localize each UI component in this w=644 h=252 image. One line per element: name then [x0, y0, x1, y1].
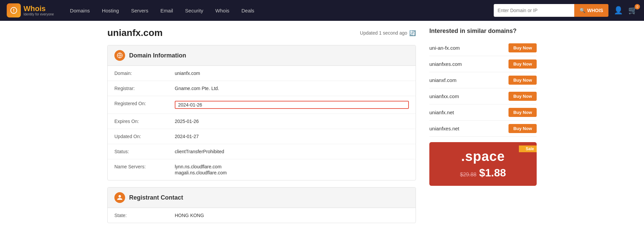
buy-now-button-2[interactable]: Buy Now — [508, 59, 537, 69]
domain-suggestion-1: uni-an-fx.com Buy Now — [429, 40, 537, 56]
table-row: Status: clientTransferProhibited — [108, 144, 416, 159]
logo-brand: Whois — [23, 5, 54, 12]
field-value-expires-on: 2025-01-26 — [175, 119, 409, 124]
cart-badge: 0 — [635, 4, 640, 9]
field-value-state: HONG KONG — [175, 213, 409, 218]
updated-info: Updated 1 second ago 🔄 — [360, 30, 416, 36]
buy-now-button-3[interactable]: Buy Now — [508, 76, 537, 85]
logo-text: Whois Identity for everyone — [23, 5, 54, 16]
registrant-contact-header: Registrant Contact — [108, 187, 416, 208]
domain-suggestion-4: unianfxx.com Buy Now — [429, 88, 537, 104]
search-icon: 🔍 — [580, 8, 585, 13]
sale-new-price: $1.88 — [479, 167, 506, 179]
field-label-registrar: Registrar: — [114, 86, 175, 91]
field-value-domain: unianfx.com — [175, 71, 409, 76]
table-row: Registrar: Gname.com Pte. Ltd. — [108, 81, 416, 96]
logo-icon — [7, 3, 21, 17]
field-value-nameservers: lynn.ns.cloudflare.com magali.ns.cloudfl… — [175, 164, 409, 175]
suggestion-name-1: uni-an-fx.com — [429, 45, 460, 51]
buy-now-button-1[interactable]: Buy Now — [508, 43, 537, 52]
left-panel: unianfx.com Updated 1 second ago 🔄 Domai… — [107, 28, 416, 230]
nameserver-2: magali.ns.cloudflare.com — [175, 170, 409, 175]
table-row: Expires On: 2025-01-26 — [108, 114, 416, 129]
table-row: Domain: unianfx.com — [108, 66, 416, 81]
field-label-status: Status: — [114, 149, 175, 154]
table-row: Updated On: 2024-01-27 — [108, 129, 416, 144]
search-input[interactable] — [494, 4, 574, 17]
domain-info-table: Domain: unianfx.com Registrar: Gname.com… — [108, 66, 416, 180]
suggestion-name-2: unianfxes.com — [429, 61, 462, 67]
field-value-registered-on: 2024-01-26 — [175, 101, 409, 109]
logo-tagline: Identity for everyone — [23, 12, 54, 16]
domain-info-title: Domain Information — [129, 52, 186, 59]
buy-now-button-5[interactable]: Buy Now — [508, 108, 537, 117]
field-value-registrar: Gname.com Pte. Ltd. — [175, 86, 409, 91]
field-label-updated-on: Updated On: — [114, 134, 175, 139]
domain-header: unianfx.com Updated 1 second ago 🔄 — [107, 28, 416, 38]
updated-text: Updated 1 second ago — [360, 30, 407, 36]
suggestion-name-5: unianfx.net — [429, 110, 454, 115]
nav-link-hosting[interactable]: Hosting — [96, 0, 125, 21]
domain-info-header: Domain Information — [108, 45, 416, 66]
field-value-updated-on: 2024-01-27 — [175, 134, 409, 139]
sale-price-area: $29.88 $1.88 — [436, 167, 530, 179]
sale-old-price: $29.88 — [460, 172, 476, 178]
nav-link-deals[interactable]: Deals — [235, 0, 260, 21]
field-label-domain: Domain: — [114, 71, 175, 76]
field-label-registered-on: Registered On: — [114, 101, 175, 106]
nav-link-servers[interactable]: Servers — [125, 0, 155, 21]
table-row: Registered On: 2024-01-26 — [108, 96, 416, 114]
registrant-contact-icon — [114, 192, 125, 203]
field-value-status: clientTransferProhibited — [175, 149, 409, 154]
right-panel: Interested in similar domains? uni-an-fx… — [429, 28, 537, 230]
sale-extension: .space — [436, 149, 530, 164]
nav-link-domains[interactable]: Domains — [64, 0, 96, 21]
field-label-nameservers: Name Servers: — [114, 164, 175, 169]
domain-suggestion-3: unianxf.com Buy Now — [429, 72, 537, 88]
main-content: unianfx.com Updated 1 second ago 🔄 Domai… — [87, 21, 557, 237]
navbar: Whois Identity for everyone Domains Host… — [0, 0, 644, 21]
buy-now-button-6[interactable]: Buy Now — [508, 124, 537, 133]
domain-suggestion-6: unianfxes.net Buy Now — [429, 121, 537, 137]
domain-info-card: Domain Information Domain: unianfx.com R… — [107, 45, 416, 180]
nav-links: Domains Hosting Servers Email Security W… — [64, 0, 494, 21]
search-button[interactable]: 🔍 WHOIS — [574, 4, 608, 17]
search-area: 🔍 WHOIS — [494, 4, 608, 17]
nav-link-email[interactable]: Email — [154, 0, 179, 21]
logo[interactable]: Whois Identity for everyone — [7, 3, 54, 17]
nav-link-whois[interactable]: Whois — [209, 0, 235, 21]
domain-info-icon — [114, 50, 125, 61]
sale-tag: Sale — [519, 145, 537, 152]
search-button-label: WHOIS — [587, 8, 603, 13]
table-row: State: HONG KONG — [108, 208, 416, 223]
registrant-contact-title: Registrant Contact — [129, 194, 183, 201]
refresh-icon[interactable]: 🔄 — [409, 30, 416, 36]
registrant-contact-table: State: HONG KONG — [108, 208, 416, 223]
field-label-expires-on: Expires On: — [114, 119, 175, 124]
table-row: Name Servers: lynn.ns.cloudflare.com mag… — [108, 159, 416, 180]
suggestion-name-3: unianxf.com — [429, 77, 457, 83]
domain-suggestion-5: unianfx.net Buy Now — [429, 104, 537, 121]
suggestion-name-4: unianfxx.com — [429, 93, 459, 99]
sale-banner: Sale .space $29.88 $1.88 — [429, 142, 537, 186]
buy-now-button-4[interactable]: Buy Now — [508, 92, 537, 101]
similar-domains-title: Interested in similar domains? — [429, 28, 537, 35]
user-icon[interactable]: 👤 — [614, 6, 623, 15]
field-label-state: State: — [114, 213, 175, 218]
domain-title: unianfx.com — [107, 28, 163, 38]
nav-icons: 👤 🛒 0 — [614, 6, 637, 15]
nav-link-security[interactable]: Security — [179, 0, 209, 21]
nameserver-1: lynn.ns.cloudflare.com — [175, 164, 409, 169]
registrant-contact-card: Registrant Contact State: HONG KONG — [107, 187, 416, 223]
domain-suggestion-2: unianfxes.com Buy Now — [429, 56, 537, 72]
suggestion-name-6: unianfxes.net — [429, 126, 459, 131]
cart-icon[interactable]: 🛒 0 — [628, 6, 637, 15]
